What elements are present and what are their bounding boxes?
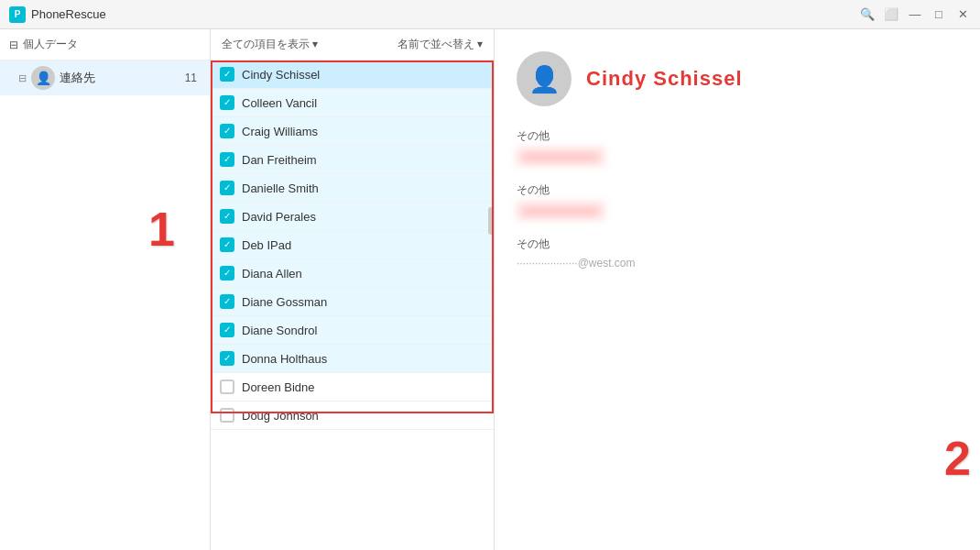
detail-field-1: その他 ●●●●●●●●●●● <box>517 128 958 166</box>
list-item[interactable]: Donna Holthaus <box>211 345 494 373</box>
contact-list[interactable]: Cindy Schissel Colleen Vancil Craig Will… <box>211 60 494 550</box>
checkbox-diane-gossman[interactable] <box>220 294 234 309</box>
contact-name: Cindy Schissel <box>242 68 320 82</box>
list-item[interactable]: Craig Williams <box>211 117 494 146</box>
list-item[interactable]: Cindy Schissel <box>211 60 494 89</box>
field-value-2: ●●●●●●●●●●● <box>517 202 604 220</box>
sidebar: ⊟ 個人データ ⊟ 👤 連絡先 11 <box>0 29 211 550</box>
contact-name: Diane Gossman <box>242 295 327 309</box>
contact-name: Diane Sondrol <box>242 324 317 337</box>
main-container: ⊟ 個人データ ⊟ 👤 連絡先 11 全ての項目を表示 ▾ 名前で並べ替え ▾ <box>0 29 980 550</box>
sort-label: 名前で並べ替え ▾ <box>397 37 483 52</box>
detail-name: Cindy Schissel <box>586 67 743 91</box>
detail-header: 👤 Cindy Schissel <box>517 51 958 106</box>
list-item[interactable]: Diane Gossman <box>211 288 494 316</box>
contact-name: Craig Williams <box>242 125 318 138</box>
field-label-2: その他 <box>517 182 958 198</box>
window-controls: 🔍 ⬜ — □ ✕ <box>859 6 971 23</box>
restore-button[interactable]: ⬜ <box>883 6 899 23</box>
list-item[interactable]: Diane Sondrol <box>211 316 494 345</box>
checkbox-colleen-vancil[interactable] <box>220 95 234 110</box>
checkbox-david-perales[interactable] <box>220 209 234 224</box>
titlebar: P PhoneRescue 🔍 ⬜ — □ ✕ <box>0 0 980 29</box>
contact-name: Doug Johnson <box>242 409 319 423</box>
checkbox-cindy-schissel[interactable] <box>220 67 234 82</box>
contact-name: Doreen Bidne <box>242 380 315 394</box>
contact-name: Dan Freitheim <box>242 153 317 167</box>
show-all-label: 全ての項目を表示 ▾ <box>222 37 318 52</box>
contact-name: Danielle Smith <box>242 182 319 195</box>
sort-dropdown[interactable]: 名前で並べ替え ▾ <box>397 37 483 52</box>
checkbox-deb-ipad[interactable] <box>220 237 234 252</box>
scrollbar-thumb[interactable] <box>488 207 494 235</box>
expand-icon: ⊟ <box>9 38 18 51</box>
checkbox-doug-johnson[interactable] <box>220 408 234 423</box>
close-button[interactable]: ✕ <box>954 6 971 23</box>
detail-field-3: その他 ····················@west.com <box>517 236 958 270</box>
list-item[interactable]: Doug Johnson <box>211 402 494 430</box>
sidebar-header: ⊟ 個人データ <box>0 29 210 60</box>
checkbox-doreen-bidne[interactable] <box>220 380 234 394</box>
show-all-dropdown[interactable]: 全ての項目を表示 ▾ <box>222 37 318 52</box>
field-value-1: ●●●●●●●●●●● <box>517 148 604 166</box>
list-item[interactable]: David Perales <box>211 203 494 231</box>
search-button[interactable]: 🔍 <box>859 6 876 23</box>
personal-data-label: 個人データ <box>23 37 78 52</box>
minimize-button[interactable]: — <box>907 6 923 23</box>
contact-name: Colleen Vancil <box>242 96 317 110</box>
field-label-3: その他 <box>517 236 958 252</box>
list-item[interactable]: Diana Allen <box>211 259 494 288</box>
detail-field-2: その他 ●●●●●●●●●●● <box>517 182 958 220</box>
list-toolbar: 全ての項目を表示 ▾ 名前で並べ替え ▾ <box>211 29 494 60</box>
maximize-button[interactable]: □ <box>931 6 947 23</box>
minus-icon: ⊟ <box>18 72 27 84</box>
checkbox-donna-holthaus[interactable] <box>220 351 234 366</box>
list-panel: 全ての項目を表示 ▾ 名前で並べ替え ▾ Cindy Schissel Coll… <box>211 29 495 550</box>
list-item[interactable]: Colleen Vancil <box>211 89 494 117</box>
contacts-label: 連絡先 <box>60 70 95 86</box>
app-title: PhoneRescue <box>31 7 106 21</box>
checkbox-craig-williams[interactable] <box>220 124 234 138</box>
detail-avatar: 👤 <box>517 51 572 106</box>
checkbox-diane-sondrol[interactable] <box>220 323 234 337</box>
contact-name: Diana Allen <box>242 267 302 280</box>
checkbox-diana-allen[interactable] <box>220 266 234 280</box>
field-label-1: その他 <box>517 128 958 144</box>
sidebar-item-contacts[interactable]: ⊟ 👤 連絡先 11 <box>0 60 210 95</box>
app-logo: P <box>9 6 26 23</box>
list-item[interactable]: Deb IPad <box>211 231 494 259</box>
detail-panel: 👤 Cindy Schissel その他 ●●●●●●●●●●● その他 ●●●… <box>495 29 980 550</box>
contact-name: Donna Holthaus <box>242 352 327 366</box>
contacts-avatar: 👤 <box>31 66 55 90</box>
checkbox-danielle-smith[interactable] <box>220 181 234 195</box>
list-item[interactable]: Danielle Smith <box>211 174 494 203</box>
contacts-badge: 11 <box>181 71 201 85</box>
contact-name: Deb IPad <box>242 238 291 252</box>
titlebar-left: P PhoneRescue <box>9 6 106 23</box>
contact-name: David Perales <box>242 210 316 224</box>
field-value-3: ····················@west.com <box>517 257 636 270</box>
list-item[interactable]: Doreen Bidne <box>211 373 494 402</box>
list-item[interactable]: Dan Freitheim <box>211 146 494 174</box>
checkbox-dan-freitheim[interactable] <box>220 152 234 167</box>
